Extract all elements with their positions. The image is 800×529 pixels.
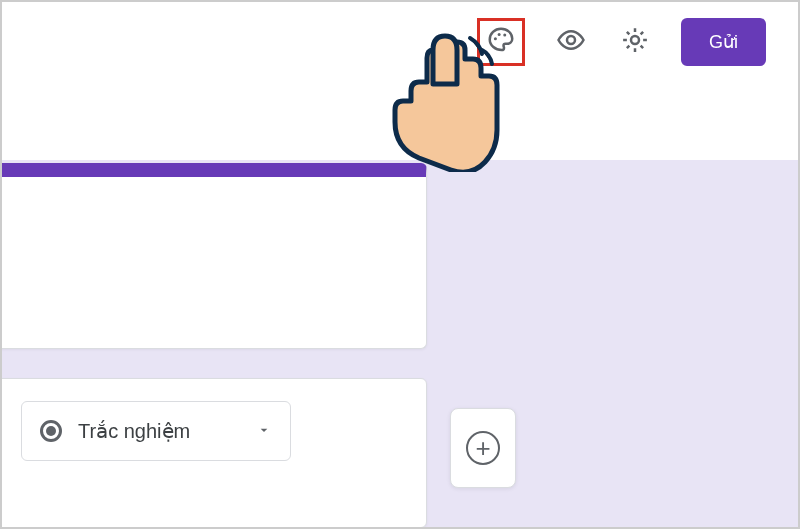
svg-point-3: [567, 36, 575, 44]
radio-icon: [40, 420, 62, 442]
add-question-button[interactable]: +: [466, 431, 500, 465]
svg-point-2: [503, 34, 506, 37]
side-toolbar: +: [450, 408, 516, 488]
palette-icon: [486, 25, 516, 59]
chevron-down-icon: [256, 420, 272, 443]
preview-button[interactable]: [553, 24, 589, 60]
theme-button[interactable]: [484, 24, 518, 60]
question-type-select[interactable]: Trắc nghiệm: [21, 401, 291, 461]
question-card[interactable]: Trắc nghiệm: [0, 378, 427, 528]
send-button[interactable]: Gửi: [681, 18, 766, 66]
eye-icon: [556, 25, 586, 59]
svg-point-0: [494, 37, 497, 40]
form-canvas: Trắc nghiệm +: [2, 160, 798, 527]
svg-point-1: [498, 33, 501, 36]
toolbar: Gửi: [2, 2, 798, 82]
svg-point-4: [631, 36, 639, 44]
theme-highlight: [477, 18, 525, 66]
gear-icon: [620, 25, 650, 59]
question-type-label: Trắc nghiệm: [78, 419, 190, 443]
settings-button[interactable]: [617, 24, 653, 60]
plus-icon: +: [475, 433, 490, 464]
form-header-card[interactable]: [0, 163, 427, 349]
